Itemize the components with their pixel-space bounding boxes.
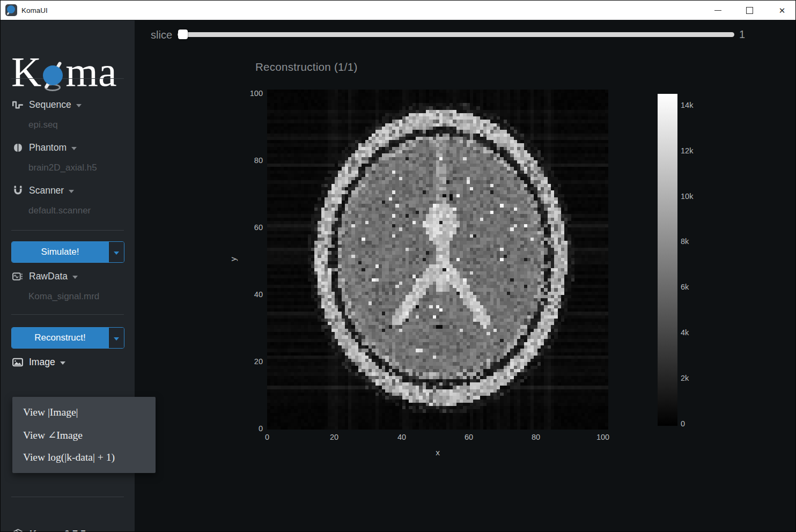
colorbar-tick: 10k xyxy=(681,192,705,201)
version-menu[interactable]: Koma v0.7.5 xyxy=(12,527,96,532)
chevron-down-icon xyxy=(114,252,119,255)
sidebar-item-phantom[interactable]: Phantom xyxy=(12,140,77,155)
slice-slider-value: 1 xyxy=(739,28,745,41)
koma-app-icon xyxy=(5,4,17,16)
rawdata-label: RawData xyxy=(29,271,68,282)
colorbar xyxy=(658,94,677,426)
photo-icon xyxy=(12,357,23,367)
magnet-icon xyxy=(12,185,23,196)
maximize-icon xyxy=(746,7,753,14)
koma-logo: K ma xyxy=(11,47,117,89)
colorbar-tick: 6k xyxy=(681,283,705,291)
logo-k: K xyxy=(11,55,41,89)
sidebar-item-scanner[interactable]: Scanner xyxy=(12,183,74,198)
scanner-file: default.scanner xyxy=(28,205,91,216)
simulate-split-button: Simulate! xyxy=(11,241,124,263)
window-title: KomaUI xyxy=(21,1,48,20)
scanner-label: Scanner xyxy=(29,185,64,196)
simulate-dropdown-button[interactable] xyxy=(108,242,124,262)
brain-icon xyxy=(12,142,23,153)
y-tick: 40 xyxy=(239,290,263,299)
reconstruct-split-button: Reconstruct! xyxy=(11,327,124,349)
sidebar-item-sequence[interactable]: Sequence xyxy=(12,97,82,112)
menu-item-view-log-kdata[interactable]: View log(|k-data| + 1) xyxy=(12,446,156,469)
minimize-icon xyxy=(714,10,721,11)
close-button[interactable]: ✕ xyxy=(768,1,796,20)
titlebar: KomaUI ✕ xyxy=(1,1,795,20)
reconstruct-button[interactable]: Reconstruct! xyxy=(12,328,108,348)
package-icon xyxy=(12,528,24,532)
plot-title: Reconstruction (1/1) xyxy=(255,61,358,73)
app-window: KomaUI ✕ K ma Sequence epi.seq xyxy=(0,0,796,532)
image-dropdown-menu: View |Image| View ∠Image View log(|k-dat… xyxy=(12,397,156,473)
y-tick: 100 xyxy=(239,89,263,98)
close-icon: ✕ xyxy=(779,6,786,14)
chevron-down-icon xyxy=(114,337,119,341)
chevron-down-icon xyxy=(69,190,74,193)
y-axis-label: y xyxy=(229,257,238,261)
phantom-file: brain2D_axial.h5 xyxy=(28,162,97,173)
x-tick: 40 xyxy=(386,433,418,441)
globe-icon xyxy=(7,5,15,13)
x-tick: 0 xyxy=(251,433,283,441)
sequence-file: epi.seq xyxy=(28,120,58,130)
menu-item-view-angle-image[interactable]: View ∠Image xyxy=(12,424,156,446)
x-tick: 80 xyxy=(520,433,552,441)
reconstruction-image[interactable] xyxy=(267,90,608,430)
chevron-down-icon xyxy=(76,104,82,107)
logo-globe-icon xyxy=(43,64,63,86)
sequence-label: Sequence xyxy=(29,99,71,110)
rawdata-file: Koma_signal.mrd xyxy=(28,291,99,302)
divider xyxy=(11,314,124,315)
colorbar-tick: 8k xyxy=(681,237,705,246)
divider xyxy=(11,230,124,231)
maximize-button[interactable] xyxy=(737,1,762,20)
image-label: Image xyxy=(29,357,55,368)
x-tick: 60 xyxy=(453,433,485,441)
y-tick: 20 xyxy=(239,357,263,366)
chevron-down-icon xyxy=(71,147,77,150)
y-tick: 0 xyxy=(239,424,263,433)
slice-slider-label: slice xyxy=(151,29,172,41)
chevron-down-icon xyxy=(60,361,65,365)
divider xyxy=(11,78,124,79)
y-tick: 60 xyxy=(239,223,263,232)
y-tick: 80 xyxy=(239,156,263,165)
colorbar-tick: 2k xyxy=(681,374,705,382)
slice-slider-thumb[interactable] xyxy=(178,29,188,39)
slice-slider-track[interactable] xyxy=(178,32,734,37)
sidebar-item-image[interactable]: Image xyxy=(12,354,65,370)
logo-ma: ma xyxy=(65,55,116,89)
divider xyxy=(11,497,124,497)
colorbar-tick: 0 xyxy=(681,419,705,428)
pulse-icon xyxy=(12,99,23,110)
version-label: Koma v0.7.5 xyxy=(30,529,86,532)
sidebar: K ma Sequence epi.seq Phantom brain2D_ax… xyxy=(1,20,135,532)
menu-item-view-abs-image[interactable]: View |Image| xyxy=(12,401,156,424)
sidebar-item-rawdata[interactable]: RawData xyxy=(12,269,78,284)
x-tick: 100 xyxy=(587,433,619,441)
colorbar-tick: 12k xyxy=(681,146,705,155)
simulate-button[interactable]: Simulate! xyxy=(12,242,108,262)
reconstruct-dropdown-button[interactable] xyxy=(108,328,124,348)
scope-icon xyxy=(12,271,23,282)
chevron-down-icon xyxy=(72,276,78,279)
x-axis-label: x xyxy=(422,448,454,457)
colorbar-tick: 4k xyxy=(681,328,705,337)
minimize-button[interactable] xyxy=(705,1,730,20)
x-tick: 20 xyxy=(318,433,350,441)
colorbar-tick: 14k xyxy=(681,101,705,109)
phantom-label: Phantom xyxy=(29,142,67,153)
